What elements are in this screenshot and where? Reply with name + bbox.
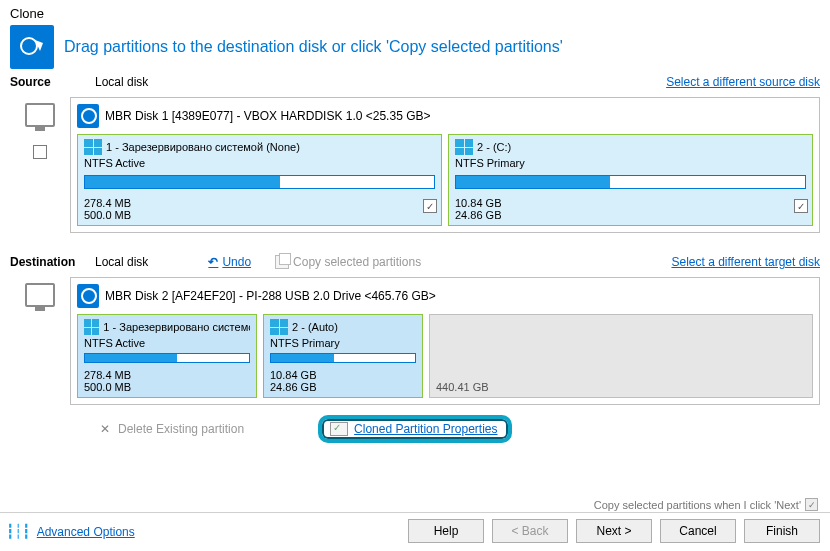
windows-icon	[84, 319, 99, 335]
select-target-disk-link[interactable]: Select a different target disk	[671, 255, 820, 269]
partition-used: 278.4 MB	[84, 197, 435, 209]
partition-checkbox[interactable]: ✓	[794, 199, 808, 213]
destination-disk-box: MBR Disk 2 [AF24EF20] - PI-288 USB 2.0 D…	[70, 277, 820, 405]
source-label: Source	[10, 75, 51, 89]
partition-total: 500.0 MB	[84, 209, 435, 221]
monitor-icon	[25, 103, 55, 127]
select-source-disk-link[interactable]: Select a different source disk	[666, 75, 820, 89]
finish-button[interactable]: Finish	[744, 519, 820, 543]
partition-usage-bar	[84, 175, 435, 189]
free-space-size: 440.41 GB	[436, 381, 489, 393]
delete-partition-button[interactable]: Delete Existing partition	[100, 422, 244, 436]
delete-icon	[100, 422, 114, 436]
cloned-partition-properties-link[interactable]: Cloned Partition Properties	[318, 415, 511, 443]
properties-icon	[330, 422, 348, 436]
undo-button[interactable]: ↶ Undo	[208, 255, 251, 269]
partition-total: 500.0 MB	[84, 381, 250, 393]
partition-usage-bar	[270, 353, 416, 363]
partition-name: 1 - Зарезервировано системой (None)	[106, 141, 300, 153]
help-button[interactable]: Help	[408, 519, 484, 543]
source-partition[interactable]: 2 - (C:) NTFS Primary 10.84 GB 24.86 GB …	[448, 134, 813, 226]
copy-when-next-option[interactable]: Copy selected partitions when I click 'N…	[594, 498, 818, 511]
partition-usage-bar	[84, 353, 250, 363]
partition-used: 10.84 GB	[455, 197, 806, 209]
partition-used: 278.4 MB	[84, 369, 250, 381]
advanced-options-link[interactable]: ┇┆┇ Advanced Options	[6, 523, 135, 539]
copy-selected-button[interactable]: Copy selected partitions	[275, 255, 421, 269]
copy-when-next-checkbox[interactable]: ✓	[805, 498, 818, 511]
window-title: Clone	[10, 6, 820, 21]
destination-scope: Local disk	[95, 255, 148, 269]
windows-icon	[270, 319, 288, 335]
back-button: < Back	[492, 519, 568, 543]
partition-name: 2 - (C:)	[477, 141, 511, 153]
partition-fs: NTFS Primary	[270, 337, 416, 349]
undo-icon: ↶	[208, 255, 218, 269]
partition-checkbox[interactable]: ✓	[423, 199, 437, 213]
partition-total: 24.86 GB	[270, 381, 416, 393]
windows-icon	[84, 139, 102, 155]
header-instruction: Drag partitions to the destination disk …	[64, 38, 563, 56]
partition-fs: NTFS Primary	[455, 157, 806, 169]
cancel-button[interactable]: Cancel	[660, 519, 736, 543]
copy-when-next-label: Copy selected partitions when I click 'N…	[594, 499, 801, 511]
destination-disk-title: MBR Disk 2 [AF24EF20] - PI-288 USB 2.0 D…	[105, 289, 436, 303]
copy-icon	[275, 255, 289, 269]
source-scope: Local disk	[95, 75, 148, 89]
next-button[interactable]: Next >	[576, 519, 652, 543]
partition-total: 24.86 GB	[455, 209, 806, 221]
hdd-icon	[77, 284, 99, 308]
clone-app-icon	[10, 25, 54, 69]
monitor-icon	[25, 283, 55, 307]
destination-label: Destination	[10, 255, 75, 269]
destination-partition[interactable]: 1 - Зарезервировано системой (N NTFS Act…	[77, 314, 257, 398]
partition-usage-bar	[455, 175, 806, 189]
sliders-icon: ┇┆┇	[6, 523, 30, 539]
cloned-partition-properties-text: Cloned Partition Properties	[354, 422, 497, 436]
free-space-block[interactable]: 440.41 GB	[429, 314, 813, 398]
source-disk-title: MBR Disk 1 [4389E077] - VBOX HARDDISK 1.…	[105, 109, 430, 123]
source-partition[interactable]: 1 - Зарезервировано системой (None) NTFS…	[77, 134, 442, 226]
windows-icon	[455, 139, 473, 155]
partition-used: 10.84 GB	[270, 369, 416, 381]
destination-partition[interactable]: 2 - (Auto) NTFS Primary 10.84 GB 24.86 G…	[263, 314, 423, 398]
hdd-icon	[77, 104, 99, 128]
source-disk-checkbox[interactable]	[33, 145, 47, 159]
partition-name: 2 - (Auto)	[292, 321, 338, 333]
partition-name: 1 - Зарезервировано системой (N	[103, 321, 250, 333]
partition-fs: NTFS Active	[84, 337, 250, 349]
source-disk-box: MBR Disk 1 [4389E077] - VBOX HARDDISK 1.…	[70, 97, 820, 233]
partition-fs: NTFS Active	[84, 157, 435, 169]
